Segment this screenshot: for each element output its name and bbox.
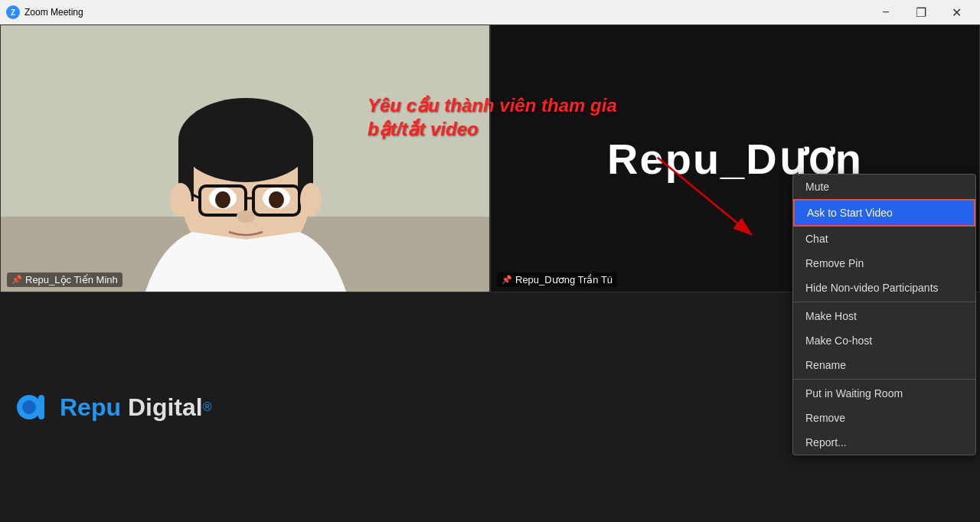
left-participant-name: Repu_Lộc Tiến Minh — [25, 274, 118, 285]
pin-icon-right: 📌 — [501, 275, 512, 285]
menu-item-mute[interactable]: Mute — [793, 175, 975, 199]
restore-button[interactable]: ❐ — [903, 0, 939, 24]
video-feed — [1, 25, 489, 292]
video-tile-left: 📌 Repu_Lộc Tiến Minh — [0, 24, 490, 292]
pin-icon-left: 📌 — [11, 275, 22, 285]
menu-item-make-co-host[interactable]: Make Co-host — [793, 328, 975, 353]
menu-item-remove-pin[interactable]: Remove Pin — [793, 251, 975, 276]
window-title: Zoom Meeting — [24, 7, 868, 18]
brand-logo: Repu Digital® — [15, 389, 211, 426]
context-menu: MuteAsk to Start VideoChatRemove PinHide… — [792, 174, 976, 455]
svg-point-17 — [215, 191, 230, 208]
brand-registered: ® — [203, 400, 212, 413]
menu-item-remove[interactable]: Remove — [793, 406, 975, 430]
svg-point-18 — [269, 191, 284, 208]
menu-item-make-host[interactable]: Make Host — [793, 304, 975, 328]
titlebar: Z Zoom Meeting − ❐ ✕ — [0, 0, 980, 24]
menu-divider — [793, 379, 975, 380]
brand-icon — [15, 389, 52, 426]
brand-text: Repu Digital® — [60, 393, 211, 422]
main-content: 📌 Repu_Lộc Tiến Minh Repu_Dươn 📌 Repu_Dư… — [0, 24, 980, 522]
svg-point-25 — [22, 400, 36, 414]
svg-point-7 — [178, 98, 313, 182]
zoom-app-icon: Z — [6, 5, 20, 19]
svg-point-19 — [170, 183, 191, 217]
menu-divider — [793, 302, 975, 302]
svg-point-21 — [237, 210, 255, 223]
menu-item-report[interactable]: Report... — [793, 430, 975, 455]
brand-name-digital: Digital — [128, 393, 203, 421]
menu-item-chat[interactable]: Chat — [793, 227, 975, 251]
left-tile-label: 📌 Repu_Lộc Tiến Minh — [7, 272, 122, 287]
window-controls: − ❐ ✕ — [868, 0, 974, 24]
right-participant-name: Repu_Dương Trần Tú — [515, 274, 612, 285]
menu-item-put-waiting-room[interactable]: Put in Waiting Room — [793, 381, 975, 406]
svg-text:Z: Z — [11, 8, 15, 17]
menu-item-rename[interactable]: Rename — [793, 353, 975, 377]
svg-point-20 — [300, 183, 322, 217]
right-tile-label: 📌 Repu_Dương Trần Tú — [497, 272, 617, 287]
close-button[interactable]: ✕ — [939, 0, 974, 24]
menu-item-hide-non-video[interactable]: Hide Non-video Participants — [793, 276, 975, 300]
minimize-button[interactable]: − — [868, 0, 903, 24]
menu-item-ask-to-start-video[interactable]: Ask to Start Video — [793, 199, 975, 227]
brand-name-repu: Repu — [60, 393, 128, 421]
svg-rect-26 — [38, 395, 44, 419]
